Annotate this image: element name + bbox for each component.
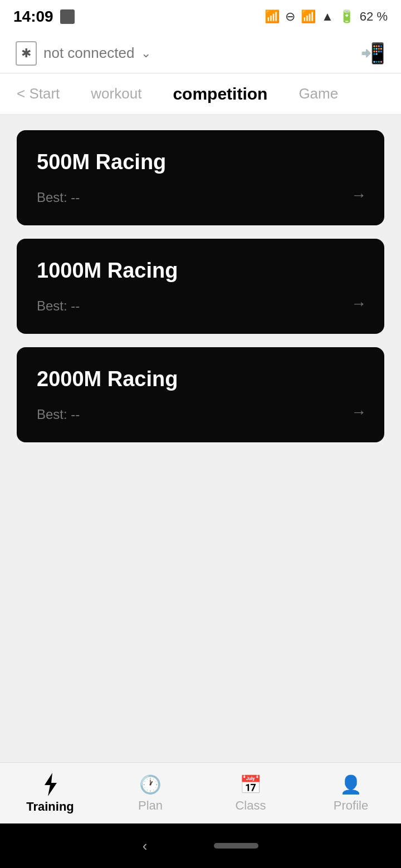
tab-workout[interactable]: workout	[75, 73, 157, 115]
status-bar: 14:09 📶 ⊖ 📶 ▲ 🔋 62 %	[0, 0, 401, 33]
connection-left[interactable]: ✱ not connected ⌄	[16, 41, 151, 66]
race-card-500m[interactable]: 500M Racing Best: -- →	[17, 130, 384, 225]
connection-status: not connected	[43, 45, 134, 62]
nav-item-plan[interactable]: 🕐 Plan	[100, 763, 200, 823]
tab-game[interactable]: Game	[283, 73, 354, 115]
battery-level: 62 %	[360, 9, 388, 24]
profile-icon: 👤	[340, 774, 362, 795]
home-indicator[interactable]	[214, 843, 258, 849]
nav-item-profile[interactable]: 👤 Profile	[301, 763, 401, 823]
bluetooth-status-icon: 📶	[265, 9, 280, 24]
nav-item-class[interactable]: 📅 Class	[200, 763, 301, 823]
race-best-1000m: Best: --	[37, 298, 366, 314]
race-title-1000m: 1000M Racing	[37, 259, 366, 283]
bottom-navigation: Training 🕐 Plan 📅 Class 👤 Profile	[0, 762, 401, 823]
nav-label-plan: Plan	[138, 798, 163, 813]
dnd-icon: ⊖	[285, 9, 295, 24]
svg-marker-0	[45, 773, 57, 796]
chevron-down-icon: ⌄	[141, 46, 151, 61]
race-title-2000m: 2000M Racing	[37, 367, 366, 391]
nav-item-training[interactable]: Training	[0, 763, 100, 823]
main-content: 500M Racing Best: -- → 1000M Racing Best…	[0, 115, 401, 610]
race-card-1000m[interactable]: 1000M Racing Best: -- →	[17, 239, 384, 334]
arrow-right-icon-1000m: →	[351, 295, 366, 313]
training-icon	[42, 773, 58, 796]
tab-competition[interactable]: competition	[157, 73, 283, 115]
status-square-icon	[60, 9, 75, 24]
battery-icon: 🔋	[339, 9, 354, 24]
back-button[interactable]: ‹	[143, 837, 148, 855]
race-best-2000m: Best: --	[37, 407, 366, 422]
status-icons: 📶 ⊖ 📶 ▲ 🔋 62 %	[265, 9, 388, 24]
bluetooth-right-icon[interactable]: 📲	[360, 42, 385, 65]
wifi-icon: 📶	[301, 9, 316, 24]
content-spacer	[0, 610, 401, 763]
signal-icon: ▲	[321, 9, 334, 24]
tab-navigation: < Start workout competition Game	[0, 73, 401, 115]
system-nav-bar: ‹	[0, 823, 401, 868]
race-best-500m: Best: --	[37, 190, 366, 205]
status-time: 14:09	[13, 8, 53, 26]
nav-label-training: Training	[26, 800, 74, 814]
arrow-right-icon-2000m: →	[351, 403, 366, 421]
plan-icon: 🕐	[139, 774, 162, 795]
nav-label-profile: Profile	[334, 798, 368, 813]
nav-label-class: Class	[235, 798, 266, 813]
tab-quick-start[interactable]: < Start	[11, 73, 75, 115]
bluetooth-device-icon: ✱	[16, 41, 37, 66]
race-title-500m: 500M Racing	[37, 150, 366, 174]
class-icon: 📅	[239, 774, 262, 795]
connection-bar: ✱ not connected ⌄ 📲	[0, 33, 401, 73]
race-card-2000m[interactable]: 2000M Racing Best: -- →	[17, 347, 384, 442]
arrow-right-icon-500m: →	[351, 186, 366, 204]
